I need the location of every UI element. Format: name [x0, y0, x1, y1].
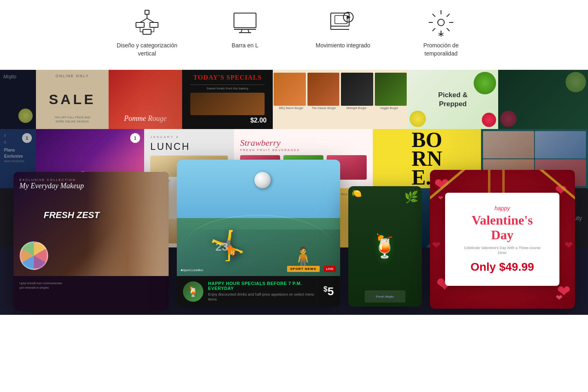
travel-text: TRAVELEXPLORETHE WORLD: [383, 196, 423, 225]
svg-rect-4: [136, 22, 144, 27]
svg-line-30: [447, 28, 450, 31]
gallery-row-3: are FRESH ZEST " " Hello There • Since S…: [0, 188, 588, 247]
price-dollar: $: [323, 285, 327, 293]
beauty-text: d Beauty: [559, 215, 582, 221]
sale80-sub: 20-60% OFF ALL SALE ITEMS: [317, 192, 373, 196]
icon-motion: Movimiento integrado: [310, 8, 376, 50]
svg-point-22: [438, 19, 444, 26]
live-badge: LIVE: [324, 266, 336, 272]
player-secondary: 🧍: [290, 247, 316, 268]
lunch-date: JANUARY 8: [150, 135, 179, 139]
motion-icon: [329, 8, 357, 37]
number-badge: 1: [22, 133, 32, 143]
svg-line-2: [140, 18, 147, 22]
gallery-cell-mojito-partial: Mojito: [0, 70, 36, 129]
ticker-icon: 🍹: [183, 281, 203, 302]
christmas-text: ChristmasSALE: [229, 228, 256, 244]
gallery-cell-pomme-rouge: Pomme Rouge: [109, 70, 182, 129]
valentine-price: Only $49.99: [461, 261, 543, 274]
gallery-cell-lunch: JANUARY 8 LUNCH Today's special:: [144, 129, 234, 188]
ticker-text: HAPPY HOUR SPECIALS BEFORE 7 P.M. EVERYD…: [208, 281, 318, 302]
specials-price: $2.00: [250, 117, 267, 124]
icon-label-l-bar: Barra en L: [232, 42, 258, 50]
svg-rect-0: [145, 10, 149, 14]
svg-line-14: [248, 29, 249, 33]
svg-rect-6: [143, 29, 151, 34]
svg-rect-17: [335, 16, 347, 24]
makeup-subtitle: Lipsa erendit eum commossectaspori rehen…: [20, 281, 163, 290]
gallery-cell-borne: BORNE.: [373, 129, 481, 188]
icons-section: Diseño y categorización vertical Barra e…: [0, 0, 588, 70]
specials-title-text: TODAY'S SPECIALS: [193, 74, 262, 81]
specials-subtitle: Sweet treats from the bakery: [207, 87, 248, 90]
svg-line-27: [432, 14, 435, 17]
ticker-headline: HAPPY HOUR SPECIALS BEFORE 7 P.M. EVERYD…: [208, 281, 318, 291]
fresh-zest-sub: " ": [70, 222, 74, 226]
svg-line-13: [241, 29, 242, 33]
vertical-design-icon: [133, 8, 161, 37]
seasonal-icon: [427, 8, 455, 37]
icon-label-vertical-design: Diseño y categorización vertical: [114, 42, 180, 58]
svg-line-3: [147, 18, 154, 22]
strawberry-sub: FRESH FRUIT BEVERAGES: [240, 148, 300, 152]
hello-text: Hello There: [114, 210, 156, 220]
gallery-cell-specials: TODAY'S SPECIALS Sweet treats from the b…: [182, 70, 273, 129]
gallery-cell-hello: Hello There • Since September •: [107, 188, 197, 247]
lunch-text: LUNCH: [150, 141, 190, 152]
strawberry-title: Strawberry: [240, 138, 281, 148]
icon-label-motion: Movimiento integrado: [316, 42, 370, 50]
gallery-cell-fashion-collage: [481, 129, 588, 188]
ticker-price: $5: [323, 285, 334, 298]
svg-line-29: [432, 28, 435, 31]
gallery-cell-picked-prepped: Picked &Prepped: [408, 70, 498, 129]
gallery-section: Mojito ONLINE ONLY SALE 70% OFF FULL PRI…: [0, 70, 588, 315]
gallery-row-2: 2 3 Plans Exclusive Alum Incorerum 1 Ser…: [0, 129, 588, 188]
sale80-text: SALE: [295, 226, 326, 239]
sport-logo: ♣Sport.LiveBox: [181, 268, 203, 272]
gallery-cell-beauty-right: d Beauty: [467, 188, 588, 247]
gallery-cell-sale80: 20-60% OFF ALL SALE ITEMS 80/20 SALE: [287, 188, 377, 247]
gallery-cell-strawberry: Strawberry FRESH FRUIT BEVERAGES: [234, 129, 373, 188]
sports-ticker: 🍹 HAPPY HOUR SPECIALS BEFORE 7 P.M. EVER…: [177, 276, 340, 307]
l-bar-icon: [231, 8, 259, 37]
icon-l-bar: Barra en L: [212, 8, 278, 50]
gallery-cell-blue-left: 2 3 Plans Exclusive Alum Incorerum 1: [0, 129, 36, 188]
gallery-cell-right1: [498, 70, 588, 129]
svg-rect-11: [234, 13, 256, 28]
eighty-badge: 80/20: [295, 198, 336, 225]
sera-text: Sera: [79, 168, 101, 182]
sport-news-badge: SPORT NEWS: [287, 266, 320, 272]
ticker-sub: Enjoy discounted drinks and half-price a…: [208, 292, 318, 302]
gallery-cell-fresh-partial: are: [0, 188, 36, 247]
icon-seasonal: Promoción de temporalidad: [408, 8, 474, 58]
svg-line-28: [447, 14, 450, 17]
gallery-row-1: Mojito ONLINE ONLY SALE 70% OFF FULL PRI…: [0, 70, 588, 129]
svg-rect-16: [331, 13, 349, 26]
gallery-cell-sera: Sera 1: [36, 129, 144, 188]
drinks-label: Fresh Mojito: [376, 295, 394, 298]
gallery-cell-fresh-zest: FRESH ZEST " ": [36, 188, 107, 247]
gallery-cell-burgers: BBQ Bacon Burger The Classic Burger Midn…: [273, 70, 408, 129]
svg-rect-5: [150, 22, 158, 27]
sera-badge: 1: [130, 133, 140, 143]
gallery-cell-travel: TRAVELEXPLORETHE WORLD: [377, 188, 467, 247]
gallery-cell-sale: ONLINE ONLY SALE 70% OFF FULL PRICE AND …: [36, 70, 109, 129]
picked-prepped-text: Picked &Prepped: [438, 91, 468, 109]
sale-text: SALE: [49, 91, 96, 107]
fresh-zest-text: FRESH ZEST: [44, 210, 100, 220]
lunch-specials: Today's special:: [150, 179, 170, 182]
icon-label-seasonal: Promoción de temporalidad: [408, 42, 474, 58]
fresh-partial-text: are: [15, 235, 21, 239]
icon-vertical-design: Diseño y categorización vertical: [114, 8, 180, 58]
gallery-cell-christmas: ❄ ChristmasSALE: [197, 188, 287, 247]
hello-sub: • Since September •: [114, 222, 139, 226]
